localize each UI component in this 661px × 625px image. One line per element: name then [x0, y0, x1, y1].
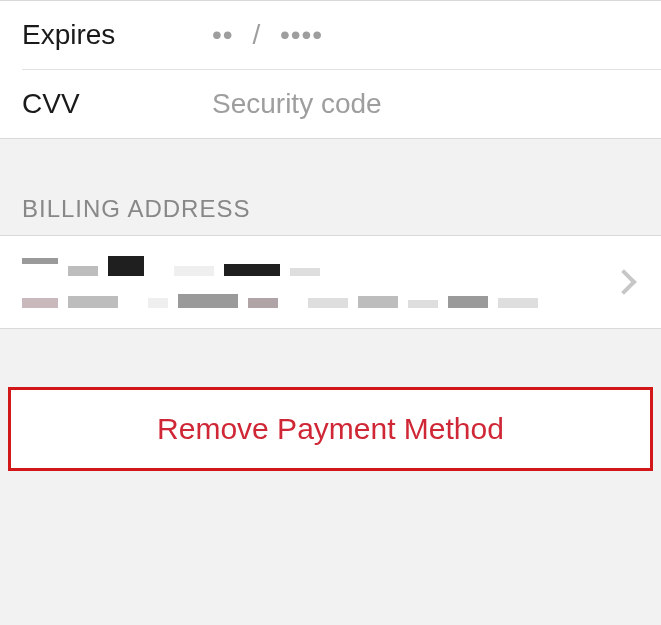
billing-address-header: BILLING ADDRESS	[0, 139, 661, 235]
cvv-label: CVV	[22, 88, 212, 120]
expires-separator: /	[252, 19, 261, 50]
expires-value[interactable]: •• / ••••	[212, 19, 323, 51]
billing-address-row[interactable]	[0, 236, 661, 328]
cvv-row[interactable]: CVV Security code	[0, 70, 661, 138]
expires-month-placeholder: ••	[212, 19, 234, 50]
spacer	[0, 471, 661, 531]
expires-row[interactable]: Expires •• / ••••	[0, 1, 661, 69]
spacer	[0, 329, 661, 387]
remove-payment-method-button[interactable]: Remove Payment Method	[8, 387, 653, 471]
billing-address-redacted	[22, 256, 615, 308]
expires-label: Expires	[22, 19, 212, 51]
expires-year-placeholder: ••••	[280, 19, 323, 50]
redacted-line-1	[22, 256, 615, 276]
cvv-placeholder: Security code	[212, 88, 382, 120]
remove-container: Remove Payment Method	[0, 387, 661, 471]
billing-address-section: BILLING ADDRESS	[0, 139, 661, 329]
chevron-right-icon	[611, 269, 636, 294]
card-details-section: Expires •• / •••• CVV Security code	[0, 0, 661, 139]
redacted-line-2	[22, 294, 615, 308]
